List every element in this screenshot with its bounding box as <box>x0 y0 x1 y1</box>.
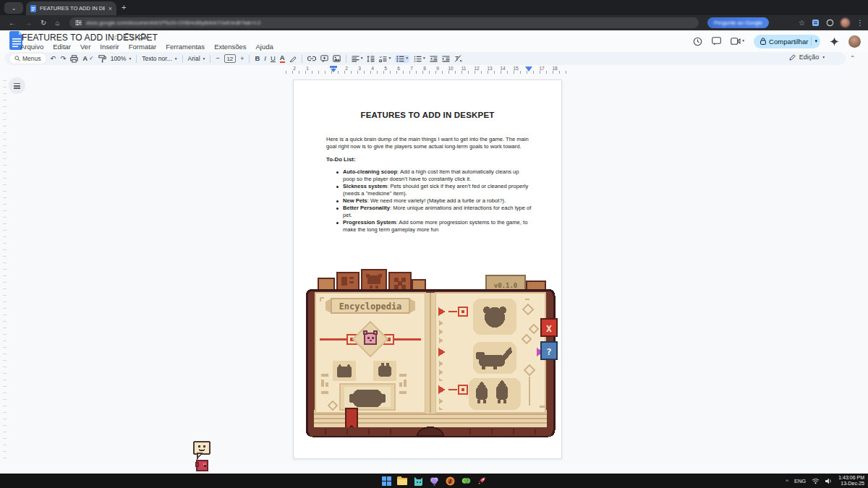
chrome-menu-kebab-icon[interactable]: ⋮ <box>856 19 864 27</box>
hide-menus-chevron[interactable]: ⌃ <box>850 55 855 61</box>
menu-arquivo[interactable]: Arquivo <box>20 43 43 51</box>
start-button-icon[interactable] <box>381 476 392 487</box>
underline-button[interactable]: U <box>271 55 276 62</box>
increase-indent-icon[interactable] <box>442 56 450 62</box>
font-size-increase-button[interactable]: + <box>240 55 244 62</box>
menu-ver[interactable]: Ver <box>80 43 90 51</box>
font-size-input[interactable]: 12 <box>224 54 236 63</box>
document-canvas[interactable]: FEATURES TO ADD IN DESKPET Here is a qui… <box>0 74 868 474</box>
font-family-select[interactable]: Arial ▾ <box>188 55 205 62</box>
comments-icon[interactable] <box>712 37 721 46</box>
tree-app-icon[interactable] <box>429 476 440 487</box>
ruler-number: 2 <box>345 66 348 71</box>
browser-profile-avatar[interactable] <box>841 18 850 27</box>
italic-button[interactable]: I <box>264 55 266 62</box>
url-bar[interactable]: docs.google.com/document/d/1P5cDl-OXBHc8… <box>69 17 699 28</box>
docs-toolbar: Menus ↶ ↷ A✓ 100% ▾ Texto nor... ▾ Arial… <box>5 52 846 65</box>
version-history-icon[interactable] <box>693 37 702 46</box>
home-icon[interactable]: ⌂ <box>55 19 59 27</box>
system-tray: ^ ENG 1:43:06 PM 13-Dec-25 <box>786 474 864 488</box>
line-spacing-icon[interactable] <box>367 56 375 62</box>
right-indent-marker[interactable] <box>525 67 532 72</box>
forward-icon[interactable]: → <box>25 19 32 27</box>
docs-menubar: ArquivoEditarVerInserirFormatarFerrament… <box>20 43 273 51</box>
tray-expand-chevron[interactable]: ^ <box>786 478 788 484</box>
deskpet-sprite[interactable] <box>192 441 213 477</box>
menu-extensões[interactable]: Extensões <box>214 43 246 51</box>
music-app-icon[interactable] <box>445 476 456 487</box>
numbered-list-button[interactable]: ▾ <box>414 56 425 62</box>
pinned-extension-icon[interactable] <box>812 19 820 27</box>
reload-icon[interactable]: ↻ <box>41 19 46 27</box>
tab-search-button[interactable]: ⌄ <box>4 2 23 14</box>
document-page[interactable]: FEATURES TO ADD IN DESKPET Here is a qui… <box>293 80 562 459</box>
site-settings-tune-icon[interactable] <box>75 20 82 26</box>
search-icon <box>14 56 20 61</box>
editing-mode-select[interactable]: Edição ▾ <box>789 53 825 61</box>
share-button[interactable]: Compartilhar ▾ <box>754 35 820 48</box>
font-size-decrease-button[interactable]: − <box>216 55 220 62</box>
add-comment-icon[interactable] <box>320 55 328 63</box>
text-color-button[interactable]: A <box>280 54 285 63</box>
decrease-indent-icon[interactable] <box>430 56 438 62</box>
intro-paragraph: Here is a quick brain dump of the main t… <box>326 136 531 150</box>
docs-profile-avatar[interactable] <box>848 35 861 48</box>
extensions-icon[interactable] <box>826 19 834 27</box>
cloud-status-icon[interactable] <box>139 33 148 40</box>
outline-icon <box>14 83 20 89</box>
svg-text:X: X <box>546 323 552 334</box>
rocket-app-icon[interactable] <box>477 476 488 487</box>
bold-button[interactable]: B <box>255 55 260 62</box>
docs-header-right: ▾ Compartilhar ▾ <box>693 30 861 52</box>
move-folder-icon[interactable] <box>125 33 133 40</box>
ask-google-button[interactable]: Pergunte ao Google <box>707 17 769 28</box>
star-doc-icon[interactable]: ☆ <box>113 33 119 41</box>
list-item: New Pets: We need more variety! (Maybe a… <box>335 197 532 205</box>
menu-ferramentas[interactable]: Ferramentas <box>166 43 205 51</box>
chevron-down-icon: ▾ <box>129 56 131 61</box>
browser-tab[interactable]: FEATURES TO ADD IN DESKPET × <box>26 1 116 15</box>
todo-list-heading: To-Do List: <box>326 156 356 163</box>
clear-formatting-icon[interactable]: T <box>454 55 462 62</box>
ruler-number: 5 <box>384 66 387 71</box>
wifi-icon[interactable] <box>812 478 820 484</box>
zoom-select[interactable]: 100% ▾ <box>111 55 132 62</box>
document-outline-button[interactable] <box>9 77 25 94</box>
spellcheck-icon[interactable]: A✓ <box>82 56 93 62</box>
menu-ajuda[interactable]: Ajuda <box>256 43 273 51</box>
chevron-down-icon: ▾ <box>361 56 363 61</box>
checklist-icon[interactable]: ▾ <box>379 56 391 62</box>
print-icon[interactable] <box>70 55 78 63</box>
ruler-number: 11 <box>461 66 467 71</box>
insert-link-icon[interactable] <box>307 56 316 61</box>
language-indicator[interactable]: ENG <box>794 478 806 484</box>
volume-icon[interactable] <box>825 478 833 484</box>
back-icon[interactable]: ← <box>9 19 16 27</box>
deskpet-cat-app-icon[interactable] <box>413 476 424 487</box>
paint-format-icon[interactable] <box>98 55 106 63</box>
menu-inserir[interactable]: Inserir <box>100 43 119 51</box>
gemini-sparkle-icon[interactable] <box>830 37 839 46</box>
undo-icon[interactable]: ↶ <box>51 55 56 62</box>
clock[interactable]: 1:43:06 PM 13-Dec-25 <box>838 475 864 487</box>
menu-formatar[interactable]: Formatar <box>129 43 157 51</box>
brain-app-icon[interactable] <box>461 476 472 487</box>
menu-editar[interactable]: Editar <box>53 43 71 51</box>
new-tab-button[interactable]: + <box>122 3 126 12</box>
toolbar-divider <box>302 55 302 63</box>
ruler[interactable]: 21123456789101112131415161718 <box>0 65 868 74</box>
highlight-color-icon[interactable] <box>289 55 297 62</box>
toolbar-divider <box>136 55 137 63</box>
align-icon[interactable]: ▾ <box>352 56 363 62</box>
bookmark-star-icon[interactable]: ☆ <box>799 19 805 27</box>
bulleted-list-button[interactable]: ▾ <box>395 55 409 63</box>
redo-icon[interactable]: ↷ <box>60 55 66 62</box>
meet-videocall-icon[interactable]: ▾ <box>731 38 744 45</box>
screen: ⌄ FEATURES TO ADD IN DESKPET × + ← → ↻ ⌂… <box>0 0 868 488</box>
paragraph-style-select[interactable]: Texto nor... ▾ <box>142 55 176 62</box>
menus-search-button[interactable]: Menus <box>9 53 46 64</box>
file-explorer-icon[interactable] <box>397 476 408 487</box>
insert-image-icon[interactable] <box>333 55 341 62</box>
tab-close-icon[interactable]: × <box>109 5 112 12</box>
share-dropdown-caret[interactable]: ▾ <box>811 37 817 46</box>
